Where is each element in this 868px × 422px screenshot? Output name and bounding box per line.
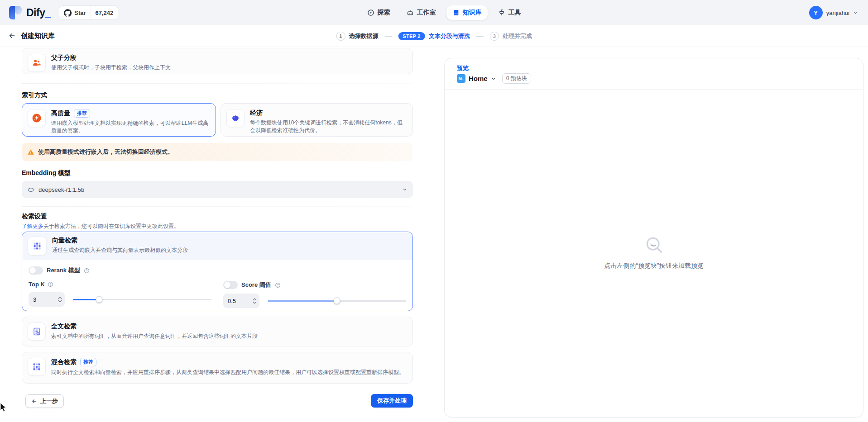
index-economy-card[interactable]: 经济 每个数据块使用10个关键词进行检索，不会消耗任何tokens，但会以降低检… xyxy=(221,103,413,137)
score-input-box xyxy=(223,294,259,308)
fulltext-desc: 索引文档中的所有词汇，从而允许用户查询任意词汇，并返回包含这些词汇的文本片段 xyxy=(51,332,258,340)
chevron-down-icon xyxy=(853,10,858,15)
stepper-up-icon[interactable] xyxy=(253,298,257,301)
nav-label: 工具 xyxy=(508,9,521,17)
markdown-file-icon: M↓ xyxy=(457,74,465,83)
fulltext-icon-box xyxy=(28,322,46,341)
page-title: 创建知识库 xyxy=(21,32,55,40)
chevron-down-icon[interactable] xyxy=(491,76,496,81)
save-and-process-label: 保存并处理 xyxy=(377,397,407,405)
document-search-icon xyxy=(32,327,41,336)
page-subheader: 创建知识库 1 选择数据源 STEP 2 文本分段与清洗 3 处理并完成 xyxy=(0,25,868,47)
topk-stepper[interactable] xyxy=(58,297,62,303)
sparkle-icon xyxy=(31,113,42,123)
preview-panel: 预览 M↓ Home 0 预估块 点击左侧的“预览块”按钮来加载预览 xyxy=(444,58,863,417)
topk-input[interactable] xyxy=(33,296,51,303)
score-threshold-slider[interactable] xyxy=(268,297,406,304)
nav-label: 工作室 xyxy=(417,9,436,17)
fulltext-search-card[interactable]: 全文检索 索引文档中的所有词汇，从而允许用户查询任意词汇，并返回包含这些词汇的文… xyxy=(22,317,413,346)
wizard-steps: 1 选择数据源 STEP 2 文本分段与清洗 3 处理并完成 xyxy=(336,25,532,47)
dify-logo-icon xyxy=(9,6,23,19)
main-nav: 探索 工作室 知识库 工具 xyxy=(361,0,527,25)
step-2: STEP 2 文本分段与清洗 xyxy=(398,32,470,40)
user-menu[interactable]: Y yanjiahui xyxy=(809,0,858,25)
high-quality-icon-box xyxy=(28,109,46,127)
dify-logo-text: Dify_ xyxy=(26,7,51,19)
topk-input-box xyxy=(29,292,65,307)
parent-child-icon-box xyxy=(28,54,46,72)
hybrid-desc: 同时执行全文检索和向量检索，并应用重排序步骤，从两类查询结果中选择匹配用户问题的… xyxy=(51,369,404,376)
score-slider-handle[interactable] xyxy=(334,298,340,304)
stepper-up-icon[interactable] xyxy=(58,297,62,299)
info-icon[interactable] xyxy=(84,268,90,274)
topk-label: Top K xyxy=(29,281,45,288)
dify-logo[interactable]: Dify_ xyxy=(9,6,51,19)
index-method-title: 索引方式 xyxy=(22,91,47,100)
score-threshold-control: Score 阈值 xyxy=(223,281,406,308)
retrieval-hint: 了解更多关于检索方法，您可以随时在知识库设置中更改此设置。 xyxy=(22,223,179,230)
arrow-left-icon xyxy=(31,398,38,404)
step-2-label: 文本分段与清洗 xyxy=(429,32,470,40)
step-3-label: 处理并完成 xyxy=(503,32,532,40)
nav-item-tools[interactable]: 工具 xyxy=(492,5,527,20)
vector-search-card[interactable]: 向量检索 通过生成查询嵌入并查询与其向量表示最相似的文本分段 Rerank 模型… xyxy=(22,232,413,311)
nav-item-explore[interactable]: 探索 xyxy=(361,5,396,20)
save-and-process-button[interactable]: 保存并处理 xyxy=(371,394,413,408)
vector-search-header: 向量检索 通过生成查询嵌入并查询与其向量表示最相似的文本分段 xyxy=(22,232,412,260)
parent-child-chunk-card[interactable]: 父子分段 使用父子模式时，子块用于检索，父块用作上下文 xyxy=(22,48,413,74)
step-2-pill: STEP 2 xyxy=(398,32,425,40)
previous-step-label: 上一步 xyxy=(40,397,58,405)
topk-slider-handle[interactable] xyxy=(96,296,103,303)
chunk-settings-column: 父子分段 使用父子模式时，子块用于检索，父块用作上下文 索引方式 高质量推荐 调… xyxy=(22,47,413,422)
piggy-bank-icon xyxy=(230,113,240,123)
fulltext-title: 全文检索 xyxy=(51,322,258,331)
step-connector xyxy=(476,36,484,37)
high-quality-desc: 调用嵌入模型处理文档以实现更精确的检索，可以帮助LLM生成高质量的答案。 xyxy=(51,119,210,135)
topk-slider[interactable] xyxy=(73,296,211,303)
index-high-quality-card[interactable]: 高质量推荐 调用嵌入模型处理文档以实现更精确的检索，可以帮助LLM生成高质量的答… xyxy=(22,103,216,137)
parent-child-title: 父子分段 xyxy=(51,54,171,62)
embedding-model-select[interactable]: deepseek-r1:1.5b xyxy=(22,181,413,198)
stepper-down-icon[interactable] xyxy=(58,300,62,303)
preview-doc-selector[interactable]: M↓ Home 0 预估块 xyxy=(457,73,531,84)
score-threshold-label: Score 阈值 xyxy=(241,281,271,289)
economy-icon-box xyxy=(226,109,245,127)
dify-create-knowledge-page: Dify_ Star 67,242 探索 工作室 知识库 xyxy=(0,0,868,422)
estimated-chunks-badge: 0 预估块 xyxy=(502,73,531,84)
chevron-down-icon xyxy=(402,187,408,192)
preview-empty-state: 点击左侧的“预览块”按钮来加载预览 xyxy=(445,235,863,270)
warning-icon xyxy=(27,148,34,156)
rerank-label: Rerank 模型 xyxy=(47,266,80,275)
score-stepper[interactable] xyxy=(253,298,257,304)
retrieval-controls: Top K xyxy=(29,281,406,308)
github-star-widget[interactable]: Star 67,242 xyxy=(59,5,118,20)
github-icon xyxy=(64,9,72,17)
learn-more-link[interactable]: 了解更多 xyxy=(22,223,43,229)
stepper-down-icon[interactable] xyxy=(253,301,257,304)
score-threshold-input[interactable] xyxy=(228,298,246,304)
vector-search-icon-box xyxy=(28,237,47,256)
hybrid-title: 混合检索 xyxy=(51,358,77,365)
preview-doc-name: Home xyxy=(469,75,488,82)
hybrid-search-card[interactable]: 混合检索推荐 同时执行全文检索和向量检索，并应用重排序步骤，从两类查询结果中选择… xyxy=(22,352,413,384)
avatar: Y xyxy=(809,6,823,19)
previous-step-button[interactable]: 上一步 xyxy=(25,394,64,408)
section-divider xyxy=(22,83,413,84)
info-icon[interactable] xyxy=(275,282,281,288)
parent-child-desc: 使用父子模式时，子块用于检索，父块用作上下文 xyxy=(51,64,171,71)
nav-label: 知识库 xyxy=(462,9,481,17)
nav-item-knowledge[interactable]: 知识库 xyxy=(446,5,487,20)
step-connector xyxy=(384,36,392,37)
back-button[interactable] xyxy=(8,32,17,41)
embedding-model-label: Embedding 模型 xyxy=(22,169,71,177)
deepseek-whale-icon xyxy=(27,186,35,194)
preview-header-divider xyxy=(445,89,863,90)
score-threshold-toggle[interactable] xyxy=(223,281,238,289)
nav-label: 探索 xyxy=(377,9,390,17)
vector-search-desc: 通过生成查询嵌入并查询与其向量表示最相似的文本分段 xyxy=(52,247,188,254)
rerank-toggle[interactable] xyxy=(29,266,43,275)
nav-item-studio[interactable]: 工作室 xyxy=(400,5,441,20)
grid-dots-icon xyxy=(33,242,42,251)
info-icon[interactable] xyxy=(48,281,53,287)
step-3: 3 处理并完成 xyxy=(490,32,532,41)
